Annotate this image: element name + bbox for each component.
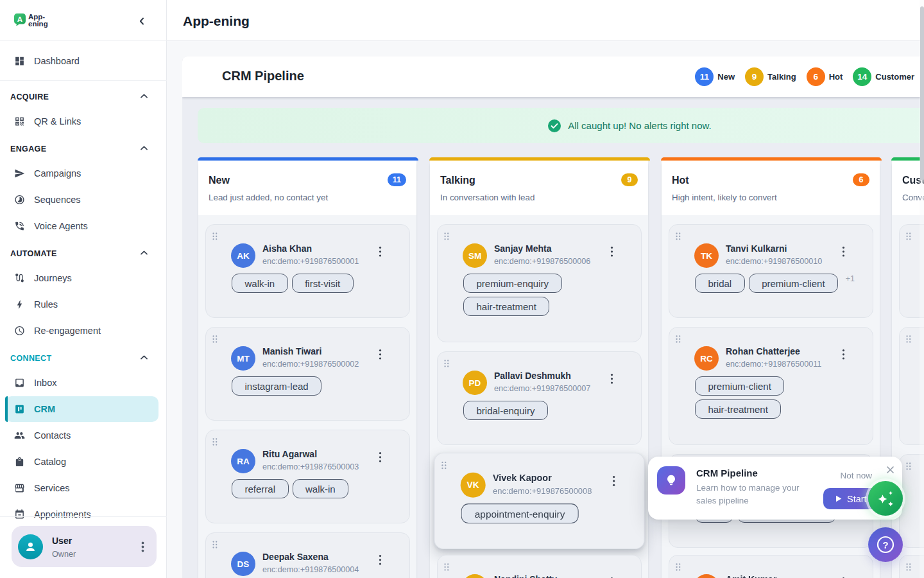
svg-text:?: ?: [882, 539, 888, 550]
svg-text:A: A: [17, 15, 22, 23]
